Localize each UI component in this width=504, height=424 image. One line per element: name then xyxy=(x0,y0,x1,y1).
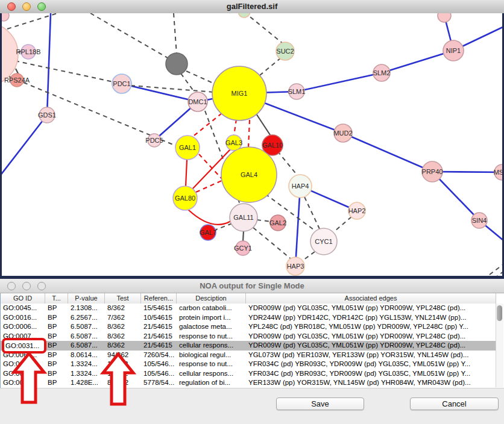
network-canvas[interactable]: RPL18BRPS24AGDS1PDC1PDC5MIG1SUC2SLM1DMC1… xyxy=(0,13,504,276)
table-scrollbar[interactable] xyxy=(496,304,503,387)
edge-blue[interactable] xyxy=(297,73,382,92)
node-label: MUD2 xyxy=(333,129,352,137)
table-row[interactable]: GO:0031...BP1.3324...11/362105/546...res… xyxy=(1,360,496,369)
edge-dashed[interactable] xyxy=(260,58,281,75)
column-header-referen-[interactable]: Referen... xyxy=(141,293,177,304)
table-row[interactable]: GO:0006...BP6.5087...8/36221/54615galact… xyxy=(1,322,496,332)
cell: GO:0031... xyxy=(1,369,45,379)
node-label: SLM1 xyxy=(288,88,306,95)
table-row[interactable]: GO:0050...BP1.428E...80/3625778/54...reg… xyxy=(1,378,496,388)
cell: 8/362 xyxy=(105,322,141,332)
edge-dashed[interactable] xyxy=(253,228,292,260)
node-label: GAL11 xyxy=(233,214,253,221)
cell: 7/362 xyxy=(105,313,141,323)
cell: 1.428E... xyxy=(68,378,105,388)
cell: galactose meta... xyxy=(177,322,246,332)
node-label: GAL2 xyxy=(269,219,286,226)
edge-blue[interactable] xyxy=(0,115,47,176)
cell: BP xyxy=(45,304,68,313)
edge-blue[interactable] xyxy=(295,186,300,266)
edge-red-dashed[interactable] xyxy=(191,113,222,138)
column-header-go-id[interactable]: GO ID xyxy=(1,293,45,304)
noa-window-title: NOA output for Single Mode xyxy=(0,279,504,293)
edge-red-dashed[interactable] xyxy=(248,120,250,148)
edge-dashed[interactable] xyxy=(90,13,172,60)
cell: protein import i... xyxy=(177,313,246,323)
node-label: GAL3 xyxy=(225,139,242,146)
edge-dashed[interactable] xyxy=(174,13,177,54)
edge-dark[interactable] xyxy=(243,231,244,242)
noa-output-window: NOA output for Single Mode GO IDT...P-va… xyxy=(0,279,504,424)
cell: response to nut... xyxy=(177,360,246,369)
node-label: RPL18B xyxy=(16,48,41,55)
cell: biological regul... xyxy=(177,351,246,360)
edge-dark[interactable] xyxy=(256,114,271,137)
cell: 6.2567... xyxy=(68,313,105,323)
cell: 21/54615 xyxy=(141,332,177,341)
cell: 105/546... xyxy=(141,369,177,379)
cell: YDR244W (pp) YDR142C, YDR142C (pp) YGL15… xyxy=(246,313,496,323)
column-header-t-[interactable]: T... xyxy=(45,293,68,304)
node-label: GDS1 xyxy=(38,111,56,119)
cell: 6.5087... xyxy=(68,332,105,341)
edge-dashed[interactable] xyxy=(186,71,216,84)
table-row[interactable]: GO:0031...BP1.3324...11/362105/546...cel… xyxy=(1,369,496,379)
noa-window-titlebar[interactable]: NOA output for Single Mode xyxy=(0,279,504,293)
cell: cellular respons... xyxy=(177,341,246,351)
table-row[interactable]: GO:0007...BP6.5087...8/36221/54615respon… xyxy=(1,332,496,341)
graph-window-titlebar[interactable]: galFiltered.sif xyxy=(0,0,504,14)
edge-dashed[interactable] xyxy=(301,252,315,261)
edge-dashed[interactable] xyxy=(335,217,351,231)
cancel-button[interactable]: Cancel xyxy=(410,398,499,410)
node-label: NIP1 xyxy=(446,47,461,54)
annotation-highlight-box: GO:0031... xyxy=(2,338,46,354)
table-row[interactable]: GO:0016...BP6.2567...7/36210/54615protei… xyxy=(1,313,496,323)
column-header-test[interactable]: Test xyxy=(105,293,141,304)
cell: BP xyxy=(45,341,68,351)
cell: 6.5087... xyxy=(68,341,105,351)
node-label: HAP2 xyxy=(348,207,366,214)
edge-blue[interactable] xyxy=(382,51,453,73)
node-unlabeled[interactable] xyxy=(238,13,250,17)
column-header-associated-edges[interactable]: Associated edges xyxy=(246,293,496,304)
window-border-left xyxy=(0,13,2,279)
table-row[interactable]: GO:0045...BP2.1308...8/36215/54615carbon… xyxy=(1,304,496,313)
cell: BP xyxy=(45,351,68,360)
table-row[interactable]: GO:0065...BP8.0614...94/3627260/54...bio… xyxy=(1,351,496,360)
screen: galFiltered.sif RPL18BRPS24AGDS1PDC1PDC5… xyxy=(0,0,504,424)
cell: 1.3324... xyxy=(68,360,105,369)
cell: 2.1308... xyxy=(68,304,105,313)
node-label: GAL80 xyxy=(175,195,195,202)
scrollbar-thumb[interactable] xyxy=(497,305,502,321)
edge-red[interactable] xyxy=(186,160,187,187)
node-label: SUC2 xyxy=(276,48,294,55)
column-header-desciption[interactable]: Desciption xyxy=(177,293,246,304)
edge-dashed[interactable] xyxy=(15,61,113,82)
cell: GO:0050... xyxy=(1,378,45,388)
edge-red-dashed[interactable] xyxy=(199,154,223,180)
edge-dashed[interactable] xyxy=(244,13,283,43)
cell: YFR034C (pd) YBR093C, YDR009W (pd) YGL03… xyxy=(246,369,496,379)
node-label: HAP3 xyxy=(287,263,304,270)
edge-dashed[interactable] xyxy=(304,197,320,229)
cell: 105/546... xyxy=(141,360,177,369)
graph-window-title: galFiltered.sif xyxy=(0,0,504,13)
edge-red-dashed[interactable] xyxy=(234,119,236,136)
save-button[interactable]: Save xyxy=(276,398,364,410)
cell: BP xyxy=(45,332,68,341)
cell: YDR009W (pd) YGL035C, YML051W (pp) YDR00… xyxy=(246,341,496,351)
edge-blue[interactable] xyxy=(343,133,432,172)
table-row[interactable]: GO:0031...BP6.5087...8/36221/54615cellul… xyxy=(1,341,496,351)
edge-blue[interactable] xyxy=(122,84,198,102)
node-unlabeled[interactable] xyxy=(438,13,451,22)
cell: 6.5087... xyxy=(68,322,105,332)
node-unlabeled[interactable] xyxy=(166,53,187,75)
cell: YFR034C (pd) YBR093C, YDR009W (pd) YGL03… xyxy=(246,360,496,369)
node-label: PDC5 xyxy=(145,137,163,144)
cell: 11/362 xyxy=(105,360,141,369)
column-header-p-value[interactable]: P-value xyxy=(68,293,105,304)
cell: GO:0006... xyxy=(1,322,45,332)
edge-red-curve[interactable] xyxy=(188,210,231,225)
cell: YDR009W (pd) YGL035C, YML051W (pp) YDR00… xyxy=(246,332,496,341)
edge-blue[interactable] xyxy=(47,13,51,115)
